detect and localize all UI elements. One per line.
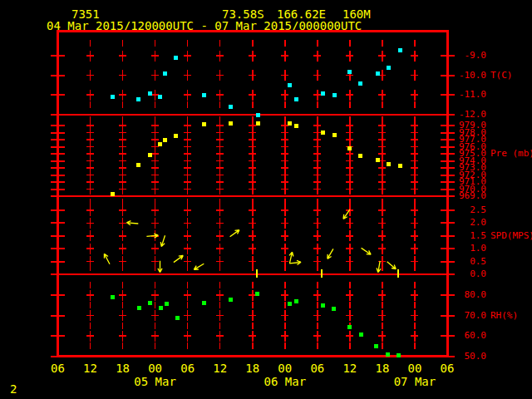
grid-plus-crossbar [346, 160, 353, 162]
grid-plus-crossbar [216, 153, 224, 155]
grid-plus-crossbar [378, 167, 386, 169]
grid-plus-crossbar [378, 139, 386, 140]
axis-tick-left [51, 132, 65, 134]
axis-tick-right [441, 356, 455, 357]
grid-plus-crossbar [313, 167, 321, 169]
grid-dash [187, 282, 189, 288]
grid-dash [122, 116, 124, 123]
grid-dash [414, 342, 416, 349]
grid-plus-crossbar [86, 139, 94, 140]
pressure-point [111, 192, 115, 196]
grid-dash [382, 40, 383, 47]
grid-plus-crossbar [184, 55, 191, 57]
grid-dash [382, 323, 383, 329]
x-axis-hour-label: 06 [44, 362, 72, 374]
grid-plus-crossbar [184, 315, 191, 317]
grid-plus-crossbar [281, 294, 288, 296]
grid-dash [219, 101, 221, 108]
grid-plus-crossbar [86, 223, 94, 224]
axis-tick-left [51, 55, 65, 57]
grid-plus-crossbar [281, 315, 288, 317]
grid-plus-crossbar [411, 125, 418, 126]
grid-plus-crossbar [184, 294, 191, 296]
grid-plus-crossbar [378, 315, 386, 317]
grid-plus-crossbar [411, 94, 418, 96]
grid-plus-crossbar [216, 160, 224, 162]
grid-dash [90, 282, 91, 288]
grid-plus-crossbar [281, 132, 288, 134]
x-axis-date-label: 07 Mar [386, 376, 444, 387]
grid-plus-crossbar [378, 189, 386, 190]
grid-plus-crossbar [184, 223, 191, 224]
grid-plus-crossbar [313, 209, 321, 211]
grid-plus-crossbar [281, 209, 288, 211]
grid-dash [414, 302, 416, 308]
grid-plus-crossbar [119, 315, 126, 317]
relative_humidity-point [288, 302, 292, 306]
grid-dash [414, 40, 416, 47]
page-number: 2 [10, 383, 17, 395]
grid-plus-crossbar [119, 167, 126, 169]
axis-unit-label: T(C) [490, 71, 513, 81]
grid-plus-crossbar [249, 94, 256, 96]
grid-dash [155, 116, 156, 123]
axis-tick-label: -11.0 [459, 90, 486, 100]
grid-dash [317, 40, 318, 47]
grid-plus-crossbar [378, 146, 386, 148]
pressure-point [332, 133, 337, 137]
grid-plus-crossbar [313, 160, 321, 162]
grid-plus-crossbar [313, 335, 321, 337]
grid-plus-crossbar [151, 248, 159, 249]
relative_humidity-point [386, 352, 390, 357]
pressure-point [229, 121, 233, 126]
grid-dash [252, 116, 254, 123]
axis-tick-right [441, 315, 455, 317]
grid-dash [252, 302, 254, 308]
grid-plus-crossbar [216, 75, 224, 76]
grid-plus-crossbar [216, 132, 224, 134]
grid-dash [317, 323, 318, 329]
grid-plus-crossbar [346, 261, 353, 263]
wind-calm-mark [256, 269, 258, 278]
grid-plus-crossbar [86, 248, 94, 249]
grid-dash [219, 302, 221, 308]
grid-plus-crossbar [184, 139, 191, 140]
grid-plus-crossbar [86, 209, 94, 211]
grid-dash [219, 116, 221, 123]
grid-dash [317, 264, 318, 271]
axis-tick-right [441, 94, 455, 96]
grid-plus-crossbar [216, 139, 224, 140]
grid-dash [90, 264, 91, 271]
grid-plus-crossbar [346, 153, 353, 155]
grid-dash [187, 116, 189, 123]
grid-plus-crossbar [378, 55, 386, 57]
pressure-point [321, 131, 325, 135]
grid-plus-crossbar [119, 223, 126, 224]
grid-plus-crossbar [86, 261, 94, 263]
grid-plus-crossbar [411, 153, 418, 155]
grid-plus-crossbar [151, 335, 159, 337]
grid-plus-crossbar [119, 181, 126, 183]
grid-plus-crossbar [411, 335, 418, 337]
station-latitude: 73.58S [222, 8, 264, 20]
grid-dash [90, 323, 91, 329]
temperature-point [358, 81, 362, 86]
axis-tick-right [441, 209, 455, 211]
grid-plus-crossbar [281, 75, 288, 76]
grid-dash [155, 40, 156, 47]
grid-plus-crossbar [86, 335, 94, 337]
grid-plus-crossbar [184, 132, 191, 134]
x-axis-hour-label: 06 [174, 362, 202, 374]
grid-plus-crossbar [184, 94, 191, 96]
relative_humidity-point [229, 298, 233, 302]
grid-plus-crossbar [378, 261, 386, 263]
axis-tick-label: 0.5 [470, 257, 486, 267]
grid-plus-crossbar [216, 261, 224, 263]
grid-plus-crossbar [411, 139, 418, 140]
grid-plus-crossbar [151, 75, 159, 76]
axis-tick-right [441, 261, 455, 263]
temperature-point [398, 48, 402, 52]
grid-plus-crossbar [411, 167, 418, 169]
grid-plus-crossbar [249, 315, 256, 317]
grid-plus-crossbar [184, 189, 191, 190]
